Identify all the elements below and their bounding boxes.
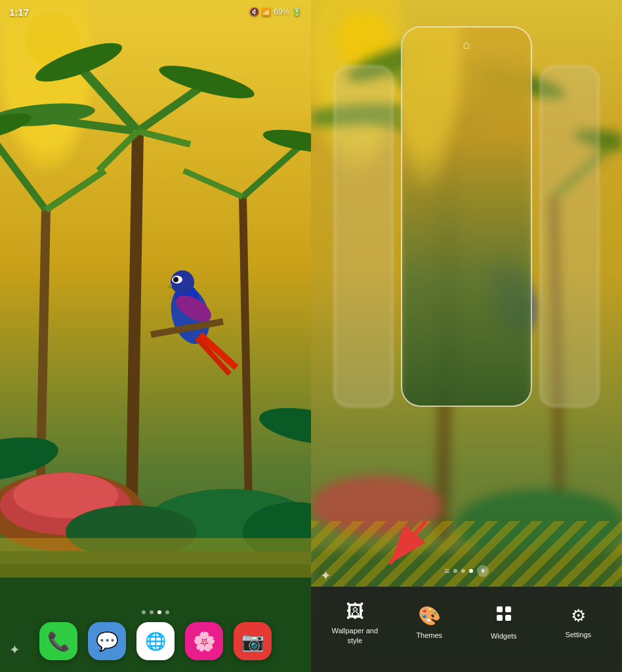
page-dot-4 <box>165 610 169 614</box>
svg-line-2 <box>131 131 138 538</box>
chrome-icon: 🌐 <box>145 631 166 652</box>
battery-text: 69% <box>274 7 289 16</box>
themes-button[interactable]: 🎨 Themes <box>392 605 467 640</box>
right-page-indicator: ≡ + <box>444 565 489 577</box>
phone-preview-right <box>540 66 599 407</box>
right-panel: ⌂ 🗑 ≡ + ✦ 🖼 Wallpaper andstyle <box>311 0 622 672</box>
home-outline-icon: ⌂ <box>463 38 470 52</box>
battery-icon: 🔋 <box>292 7 302 16</box>
camera-icon: 📷 <box>241 631 264 652</box>
bottom-toolbar: 🖼 Wallpaper andstyle 🎨 Themes Widgets ⚙ … <box>311 587 622 672</box>
svg-rect-61 <box>505 615 511 621</box>
list-view-icon: ≡ <box>444 566 449 576</box>
dock-app-chrome[interactable]: 🌐 <box>136 622 175 660</box>
right-dot-1 <box>453 569 457 573</box>
app-dock: 📞 💬 🌐 🌸 📷 <box>39 622 272 660</box>
wallpaper-style-button[interactable]: 🖼 Wallpaper andstyle <box>318 600 392 645</box>
settings-button[interactable]: ⚙ Settings <box>541 606 616 639</box>
svg-rect-27 <box>0 538 311 578</box>
dock-app-camera[interactable]: 📷 <box>234 622 272 660</box>
stripe-decoration <box>311 521 622 587</box>
themes-icon: 🎨 <box>418 605 441 627</box>
mute-icon: 🔇 <box>249 7 259 16</box>
phone-preview-left <box>334 66 393 407</box>
page-dot-1 <box>142 610 146 614</box>
red-arrow-indicator <box>377 518 436 577</box>
svg-rect-59 <box>505 606 511 612</box>
dock-app-phone[interactable]: 📞 <box>39 622 77 660</box>
dock-app-messages[interactable]: 💬 <box>88 622 126 660</box>
themes-label: Themes <box>416 631 442 640</box>
right-dot-3 <box>469 569 473 573</box>
settings-icon: ⚙ <box>571 606 586 626</box>
phone-preview-container: ⌂ 🗑 <box>334 26 599 407</box>
svg-line-57 <box>390 521 426 564</box>
svg-rect-60 <box>497 615 503 621</box>
phone-preview-inner <box>401 26 532 407</box>
widgets-button[interactable]: Widgets <box>466 604 541 640</box>
sparkle-icon-right: ✦ <box>320 568 331 583</box>
wallpaper-label: Wallpaper andstyle <box>331 626 378 645</box>
status-icons: 🔇 📶 69% 🔋 <box>249 7 302 16</box>
settings-label: Settings <box>565 630 591 639</box>
time-display: 1:17 <box>9 7 29 18</box>
status-bar: 1:17 🔇 📶 69% 🔋 <box>0 0 311 24</box>
page-dot-3 <box>157 610 161 614</box>
phone-preview-main: ⌂ 🗑 <box>401 26 532 407</box>
signal-icon: 📶 <box>262 8 271 16</box>
widgets-label: Widgets <box>491 631 517 640</box>
messages-icon: 💬 <box>96 631 119 652</box>
right-dot-2 <box>461 569 465 573</box>
svg-marker-33 <box>167 284 172 289</box>
svg-rect-58 <box>497 606 503 612</box>
page-indicator <box>142 610 169 614</box>
page-dot-2 <box>150 610 154 614</box>
blossom-icon: 🌸 <box>193 631 216 652</box>
svg-point-39 <box>257 401 311 452</box>
phone-icon: 📞 <box>47 631 70 652</box>
svg-point-32 <box>173 277 178 282</box>
wallpaper-scene <box>0 0 311 672</box>
wallpaper-icon: 🖼 <box>346 600 364 622</box>
add-page-button[interactable]: + <box>477 565 489 577</box>
widgets-icon <box>495 604 513 627</box>
dock-app-blossom[interactable]: 🌸 <box>185 622 223 660</box>
sparkle-icon: ✦ <box>9 642 20 658</box>
left-panel: 1:17 🔇 📶 69% 🔋 ✦ 📞 💬 🌐 🌸 📷 <box>0 0 311 672</box>
phone-preview-icons: ⌂ <box>402 38 531 52</box>
